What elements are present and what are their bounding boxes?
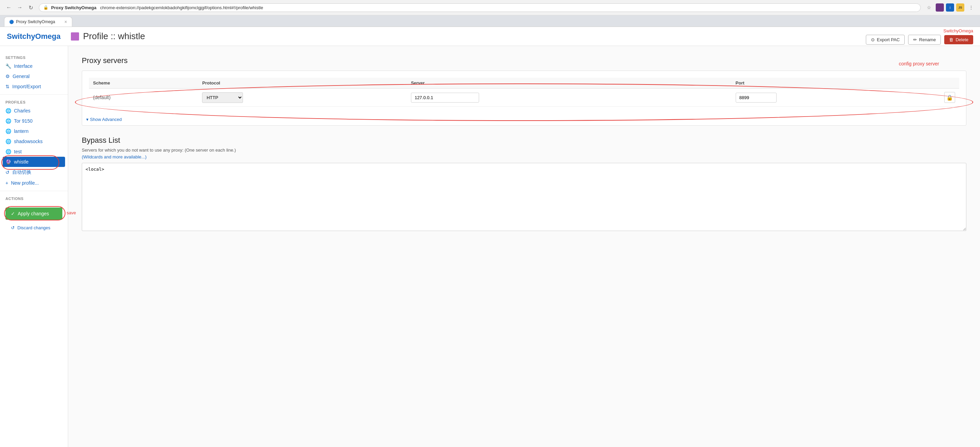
sidebar-item-new-profile[interactable]: + New profile... — [0, 178, 68, 188]
proxy-section: Scheme Protocol Server Port (default) — [82, 70, 966, 126]
sidebar-item-auto-switch[interactable]: ↺ 自动切换 — [0, 167, 68, 178]
import-export-icon: ⇅ — [5, 84, 10, 89]
whistle-label: whistle — [14, 159, 29, 165]
sidebar-item-lantern[interactable]: 🌐 lantern — [0, 126, 68, 136]
show-advanced[interactable]: ▾ Show Advanced — [82, 113, 966, 126]
test-label: test — [14, 149, 22, 154]
profile-color-box — [71, 32, 79, 41]
main-layout: SETTINGS 🔧 Interface ⚙ General ⇅ Import/… — [0, 46, 980, 447]
tab-icon: 🔵 — [9, 20, 14, 24]
lock-icon: 🔒 — [43, 5, 48, 10]
protocol-select[interactable]: HTTP HTTPS SOCKS4 SOCKS5 — [202, 92, 243, 103]
sidebar-item-tor9150[interactable]: 🌐 Tor 9150 — [0, 116, 68, 126]
col-protocol: Protocol — [198, 78, 407, 89]
proxy-table-header: Scheme Protocol Server Port — [89, 78, 959, 89]
actions-section: ✓ Apply changes save ↺ Discard changes — [0, 202, 68, 239]
export-pac-button[interactable]: ⊙ Export PAC — [866, 35, 905, 45]
table-row: (default) HTTP HTTPS SOCKS4 SOCKS5 — [89, 89, 959, 107]
apply-changes-button[interactable]: ✓ Apply changes save — [5, 207, 62, 220]
bypass-section: Bypass List Servers for which you do not… — [82, 136, 966, 232]
back-button[interactable]: ← — [4, 3, 14, 12]
lock-button[interactable]: 🔒 — [944, 92, 955, 103]
wildcards-link[interactable]: (Wildcards and more available...) — [82, 154, 146, 159]
export-pac-label: Export PAC — [877, 37, 900, 42]
sidebar-divider-1 — [0, 94, 68, 95]
so-right-top: SwitchyOmega ⊙ Export PAC ✏ Rename 🗑 Del… — [866, 28, 973, 45]
sidebar-item-charles[interactable]: 🌐 Charles — [0, 106, 68, 116]
browser-toolbar: ← → ↻ 🔒 Proxy SwitchyOmega chrome-extens… — [0, 0, 980, 15]
show-advanced-label: Show Advanced — [90, 117, 122, 122]
tab-title-in-bar: Proxy SwitchyOmega chrome-extension://pa… — [51, 5, 263, 10]
forward-button[interactable]: → — [15, 3, 24, 12]
sidebar-item-general[interactable]: ⚙ General — [0, 71, 68, 81]
proxy-ellipse-wrapper: config proxy server Scheme Protocol Serv… — [82, 70, 966, 126]
nav-buttons: ← → ↻ — [4, 3, 35, 12]
discard-changes-button[interactable]: ↺ Discard changes — [5, 223, 62, 233]
address-bar[interactable]: 🔒 Proxy SwitchyOmega chrome-extension://… — [39, 3, 921, 12]
main-content: Proxy servers config proxy server Scheme… — [68, 46, 980, 447]
interface-icon: 🔧 — [5, 64, 11, 69]
sidebar-item-shadowsocks[interactable]: 🌐 shadowsocks — [0, 136, 68, 146]
sidebar: SETTINGS 🔧 Interface ⚙ General ⇅ Import/… — [0, 46, 68, 447]
tor9150-label: Tor 9150 — [14, 118, 32, 124]
general-label: General — [13, 73, 30, 79]
protocol-cell: HTTP HTTPS SOCKS4 SOCKS5 — [198, 89, 407, 107]
save-annotation-label: save — [67, 210, 76, 215]
apply-icon: ✓ — [11, 211, 15, 216]
charles-label: Charles — [14, 108, 30, 113]
discard-icon: ↺ — [11, 225, 15, 230]
tab-close-button[interactable]: × — [64, 19, 67, 24]
sidebar-item-whistle[interactable]: 🔮 whistle — [3, 157, 65, 167]
col-scheme: Scheme — [89, 78, 198, 89]
bypass-textarea[interactable]: <local> — [82, 163, 966, 231]
delete-label: Delete — [956, 37, 969, 42]
lock-icon: 🔒 — [946, 94, 953, 101]
actions-section-label: ACTIONS — [0, 194, 68, 202]
so-actions: ⊙ Export PAC ✏ Rename 🗑 Delete — [866, 35, 973, 45]
bypass-desc: Servers for which you do not want to use… — [82, 148, 966, 153]
bookmark-button[interactable]: ☆ — [924, 3, 934, 12]
auto-switch-label: 自动切换 — [12, 169, 31, 175]
whistle-icon: 🔮 — [5, 159, 11, 165]
menu-button[interactable]: ⋮ — [966, 3, 976, 12]
profile-header: Profile :: whistle — [60, 31, 866, 41]
sidebar-item-test[interactable]: 🌐 test — [0, 146, 68, 157]
port-input[interactable] — [736, 93, 776, 103]
tor9150-icon: 🌐 — [5, 118, 11, 124]
browser-chrome: ← → ↻ 🔒 Proxy SwitchyOmega chrome-extens… — [0, 0, 980, 27]
delete-icon: 🗑 — [949, 37, 953, 42]
refresh-button[interactable]: ↻ — [26, 3, 35, 12]
proxy-section-inner: Scheme Protocol Server Port (default) — [82, 71, 966, 113]
rename-label: Rename — [919, 37, 936, 42]
extension-icon-purple[interactable] — [936, 3, 944, 11]
extension-icon-js[interactable]: JS — [956, 3, 964, 11]
discard-changes-label: Discard changes — [18, 225, 51, 230]
scheme-cell: (default) — [89, 89, 198, 107]
sidebar-item-interface[interactable]: 🔧 Interface — [0, 61, 68, 71]
import-export-label: Import/Export — [12, 84, 41, 89]
proxy-servers-title: Proxy servers — [82, 56, 966, 65]
proxy-table: Scheme Protocol Server Port (default) — [89, 78, 959, 107]
extension-icon-blue[interactable]: i — [946, 3, 954, 11]
charles-icon: 🌐 — [5, 108, 11, 113]
col-port: Port — [732, 78, 940, 89]
port-cell — [732, 89, 940, 107]
so-logo: SwitchyOmega — [7, 32, 60, 41]
shadowsocks-label: shadowsocks — [14, 139, 43, 144]
active-tab[interactable]: 🔵 Proxy SwitchyOmega × — [4, 17, 72, 27]
general-icon: ⚙ — [5, 73, 10, 79]
rename-button[interactable]: ✏ Rename — [908, 35, 941, 45]
profile-title: Profile :: whistle — [83, 31, 145, 41]
config-proxy-label: config proxy server — [899, 61, 939, 67]
lantern-icon: 🌐 — [5, 129, 11, 134]
tab-bar: 🔵 Proxy SwitchyOmega × — [0, 15, 980, 27]
export-pac-icon: ⊙ — [871, 37, 875, 42]
sidebar-item-import-export[interactable]: ⇅ Import/Export — [0, 81, 68, 92]
auto-switch-icon: ↺ — [5, 170, 10, 175]
server-cell — [407, 89, 732, 107]
lantern-label: lantern — [14, 129, 29, 134]
apply-changes-label: Apply changes — [18, 211, 49, 216]
apply-wrapper: ✓ Apply changes save — [5, 207, 62, 220]
delete-button[interactable]: 🗑 Delete — [944, 35, 973, 44]
server-input[interactable] — [411, 93, 479, 103]
